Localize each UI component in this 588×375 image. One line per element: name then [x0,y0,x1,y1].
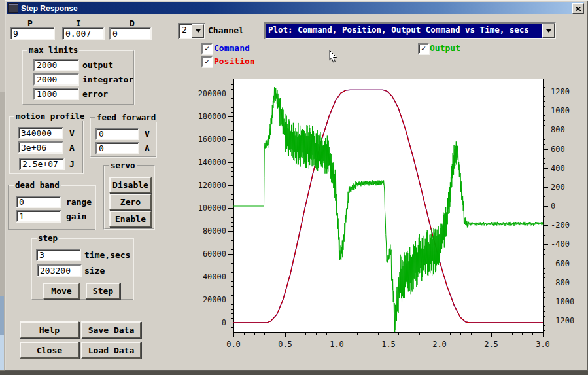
svg-text:160000: 160000 [198,135,226,144]
svg-text:-800: -800 [551,278,570,287]
deadband-gain-input[interactable] [16,210,61,223]
svg-text:-400: -400 [551,240,570,249]
max-error-input[interactable] [33,88,79,100]
profile-j-input[interactable] [19,158,65,170]
svg-text:800: 800 [551,125,565,134]
position-checkbox[interactable]: ✓ [201,56,213,67]
plot-selector-value: Plot: Command, Position, Output Command … [266,24,542,38]
servo-title: servo [109,160,137,170]
step-title: step [37,233,59,243]
max-integrator-input[interactable] [33,73,79,86]
max-limits-title: max limits [27,45,79,55]
profile-a-label: A [69,143,75,152]
chevron-down-icon [546,29,551,33]
output-checkbox-label: Output [430,43,460,53]
max-output-input[interactable] [33,59,79,71]
channel-dropdown-button[interactable] [192,24,204,38]
app-icon [8,3,18,13]
svg-text:0: 0 [551,202,555,211]
svg-text:3.0: 3.0 [536,340,550,349]
command-checkbox[interactable]: ✓ [201,43,213,54]
svg-text:1.5: 1.5 [381,340,396,349]
dead-band-title: dead band [14,180,61,190]
svg-text:2.5: 2.5 [484,340,498,349]
check-icon: ✓ [205,59,209,65]
background-window-edge-lightblue [0,335,4,375]
window-title: Step Response [21,4,78,13]
svg-text:1.0: 1.0 [330,340,344,349]
svg-text:-1000: -1000 [551,297,574,306]
d-input[interactable] [109,27,152,40]
motion-profile-title: motion profile [14,111,86,121]
close-button[interactable] [572,3,584,14]
servo-zero-button[interactable]: Zero [109,194,152,210]
svg-text:20000: 20000 [203,295,226,304]
svg-text:60000: 60000 [203,249,226,259]
step-time-label: time,secs [84,250,130,260]
profile-a-input[interactable] [18,141,63,154]
svg-text:1000: 1000 [551,106,570,115]
svg-text:-600: -600 [551,259,570,268]
svg-text:180000: 180000 [198,112,226,121]
max-output-label: output [82,60,113,70]
chevron-down-icon [196,29,201,33]
svg-text:1200: 1200 [551,87,570,96]
svg-text:120000: 120000 [198,181,226,190]
profile-v-input[interactable] [18,127,63,139]
move-button[interactable]: Move [43,283,80,299]
max-error-label: error [82,89,108,99]
background-window-edge-blue [0,296,4,335]
max-integrator-label: integrator [82,75,133,84]
close-dialog-button[interactable]: Close [20,342,79,359]
bottom-window-strip [0,370,588,375]
command-checkbox-label: Command [214,43,250,53]
svg-text:200000: 200000 [198,89,226,98]
svg-text:0: 0 [222,318,226,327]
svg-text:-1200: -1200 [551,316,574,325]
load-data-button[interactable]: Load Data [81,342,141,359]
check-icon: ✓ [421,46,426,52]
feed-forward-title: feed forward [95,113,157,122]
save-data-button[interactable]: Save Data [81,321,141,338]
p-input[interactable] [10,27,55,40]
svg-text:2.0: 2.0 [432,340,447,349]
servo-disable-button[interactable]: Disable [109,177,152,193]
step-button[interactable]: Step [86,283,120,299]
svg-text:200: 200 [551,183,565,192]
ff-v-input[interactable] [95,128,139,140]
svg-text:400: 400 [551,164,565,173]
channel-combobox[interactable]: 2 [178,23,205,39]
deadband-range-label: range [66,197,92,207]
svg-text:0.0: 0.0 [226,340,241,349]
check-icon: ✓ [205,46,209,52]
step-time-input[interactable] [36,249,81,261]
svg-text:140000: 140000 [198,158,226,167]
mouse-cursor [329,50,338,65]
channel-value: 2 [179,24,192,38]
plot-dropdown-button[interactable] [542,24,555,38]
profile-v-label: V [69,128,75,138]
position-checkbox-label: Position [214,56,255,66]
svg-text:-200: -200 [551,221,570,230]
deadband-range-input[interactable] [16,196,61,208]
svg-text:600: 600 [551,145,565,154]
close-icon [576,7,581,11]
screen: { "window": { "title": "Step Response" }… [0,0,588,375]
i-input[interactable] [62,27,105,40]
step-size-input[interactable] [37,264,82,277]
chart-canvas: 0.00.51.01.52.02.53.00200004000060000800… [183,71,588,359]
plot-selector[interactable]: Plot: Command, Position, Output Command … [264,22,556,39]
profile-j-label: J [69,159,75,169]
step-size-label: size [84,266,105,276]
title-bar[interactable]: Step Response [7,2,584,14]
svg-text:40000: 40000 [203,272,226,281]
ff-a-input[interactable] [95,142,139,154]
help-button[interactable]: Help [20,321,79,338]
svg-text:0.5: 0.5 [278,340,292,349]
output-checkbox[interactable]: ✓ [418,43,429,54]
ff-a-label: A [145,143,150,153]
svg-text:80000: 80000 [203,226,226,236]
servo-enable-button[interactable]: Enable [109,211,152,227]
ff-v-label: V [145,129,150,139]
svg-text:100000: 100000 [198,204,226,213]
